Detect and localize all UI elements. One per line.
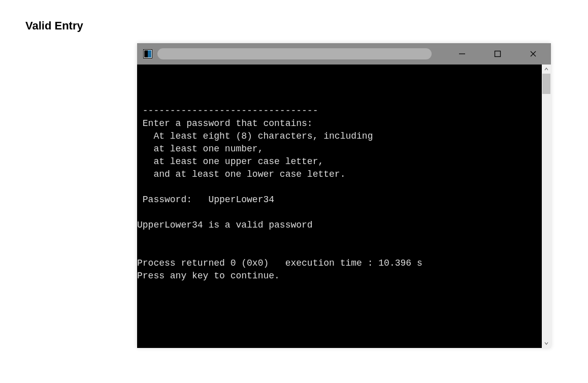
scroll-down-arrow[interactable] bbox=[542, 339, 551, 348]
close-button[interactable] bbox=[515, 43, 551, 65]
vertical-scrollbar[interactable] bbox=[542, 65, 551, 348]
app-icon bbox=[143, 49, 152, 58]
titlebar[interactable] bbox=[137, 43, 551, 65]
svg-rect-2 bbox=[144, 50, 148, 57]
console-window: -------------------------------- Enter a… bbox=[137, 43, 551, 348]
console-wrap: -------------------------------- Enter a… bbox=[137, 65, 551, 348]
page-heading: Valid Entry bbox=[25, 19, 83, 33]
svg-rect-3 bbox=[148, 50, 151, 57]
scroll-up-arrow[interactable] bbox=[542, 65, 551, 74]
maximize-button[interactable] bbox=[480, 43, 515, 65]
window-controls bbox=[444, 43, 551, 65]
console-text: -------------------------------- Enter a… bbox=[137, 92, 542, 282]
console-output[interactable]: -------------------------------- Enter a… bbox=[137, 65, 542, 348]
minimize-button[interactable] bbox=[444, 43, 480, 65]
scroll-thumb[interactable] bbox=[542, 74, 550, 94]
titlebar-path bbox=[157, 48, 432, 59]
svg-rect-5 bbox=[495, 51, 501, 57]
